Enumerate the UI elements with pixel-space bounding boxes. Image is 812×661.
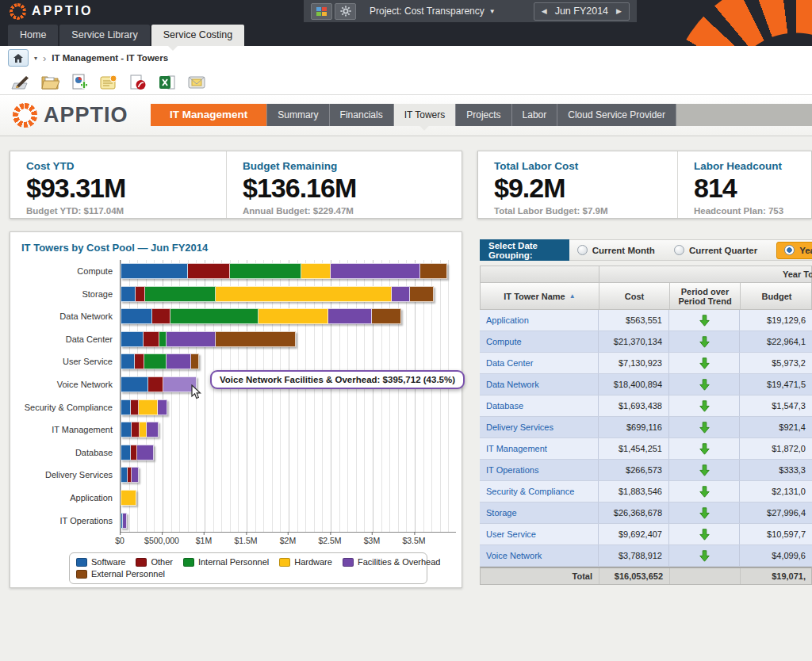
bar-segment-facilities-overhead[interactable] — [158, 399, 168, 415]
tab-projects[interactable]: Projects — [456, 104, 511, 126]
bar-segment-software[interactable] — [121, 331, 144, 347]
stacked-bar-it-operations[interactable] — [121, 513, 127, 529]
stacked-bar-delivery-services[interactable] — [121, 467, 139, 483]
tower-name-link[interactable]: Data Center — [480, 353, 599, 373]
bar-segment-internal-personnel[interactable] — [159, 331, 167, 347]
bar-segment-other[interactable] — [148, 376, 164, 392]
bar-segment-hardware[interactable] — [140, 422, 147, 437]
bar-segment-facilities-overhead[interactable] — [167, 353, 191, 369]
nav-tab-home[interactable]: Home — [8, 25, 58, 46]
column-header-cost[interactable]: Cost — [599, 283, 670, 309]
stacked-bar-storage[interactable] — [121, 286, 434, 302]
tower-name-link[interactable]: Storage — [480, 502, 599, 523]
bar-segment-facilities-overhead[interactable] — [392, 286, 409, 302]
stacked-bar-security-compliance[interactable] — [121, 399, 167, 415]
bar-segment-external-personnel[interactable] — [191, 353, 199, 369]
bar-segment-facilities-overhead[interactable] — [167, 331, 215, 347]
tower-name-link[interactable]: Voice Network — [480, 545, 599, 566]
bar-segment-facilities-overhead[interactable] — [331, 263, 420, 279]
bar-segment-software[interactable] — [121, 263, 188, 279]
bar-segment-other[interactable] — [135, 353, 144, 369]
stacked-bar-data-center[interactable] — [121, 331, 296, 347]
prev-month-arrow-icon[interactable]: ◀ — [542, 7, 547, 15]
project-caret-icon[interactable]: ▼ — [489, 8, 496, 15]
project-selector[interactable]: Project: Cost Transparency — [370, 6, 485, 17]
radio-current-quarter[interactable]: Current Quarter — [674, 245, 757, 255]
export-excel-button[interactable] — [157, 73, 178, 92]
radio-year-to-date[interactable]: Year To Date — [776, 242, 812, 259]
radio-icon[interactable] — [784, 245, 795, 255]
bar-segment-facilities-overhead[interactable] — [328, 308, 372, 324]
stacked-bar-compute[interactable] — [121, 263, 447, 279]
bar-segment-internal-personnel[interactable] — [170, 308, 259, 324]
bar-segment-software[interactable] — [121, 353, 135, 369]
tower-name-link[interactable]: IT Operations — [480, 460, 599, 480]
bar-segment-other[interactable] — [136, 286, 145, 302]
tab-summary[interactable]: Summary — [267, 104, 329, 126]
bar-segment-external-personnel[interactable] — [420, 263, 447, 279]
tab-it-management[interactable]: IT Management — [151, 104, 267, 126]
bar-segment-other[interactable] — [152, 308, 170, 324]
tab-it-towers[interactable]: IT Towers — [394, 104, 457, 126]
bar-segment-other[interactable] — [188, 263, 230, 279]
bar-segment-facilities-overhead[interactable] — [147, 422, 159, 437]
tab-cloud-service-provider[interactable]: Cloud Service Provider — [557, 104, 676, 126]
tab-financials[interactable]: Financials — [330, 104, 394, 126]
bar-segment-hardware[interactable] — [216, 286, 393, 302]
stacked-bar-voice-network[interactable] — [121, 376, 197, 392]
email-button[interactable] — [186, 73, 207, 92]
tower-name-link[interactable]: Application — [480, 310, 599, 330]
bar-segment-software[interactable] — [121, 399, 131, 415]
bar-segment-software[interactable] — [121, 422, 132, 437]
column-header-it-tower-name[interactable]: IT Tower Name ▲ — [481, 283, 599, 309]
tower-name-link[interactable]: User Service — [480, 524, 599, 544]
bar-segment-internal-personnel[interactable] — [144, 353, 167, 369]
bar-segment-software[interactable] — [121, 376, 148, 392]
bar-segment-external-personnel[interactable] — [410, 286, 435, 302]
bar-segment-external-personnel[interactable] — [216, 331, 297, 347]
add-report-button[interactable] — [69, 73, 90, 92]
notes-button[interactable] — [98, 73, 119, 92]
bar-segment-other[interactable] — [144, 331, 159, 347]
bar-segment-facilities-overhead[interactable] — [137, 445, 155, 460]
open-folder-button[interactable] — [40, 73, 60, 92]
tower-name-link[interactable]: Compute — [480, 331, 599, 352]
bar-segment-hardware[interactable] — [259, 308, 328, 324]
breadcrumb-dropdown-caret-icon[interactable]: ▾ — [34, 55, 37, 62]
home-button[interactable] — [8, 49, 29, 67]
edit-signature-button[interactable] — [10, 73, 31, 92]
bar-segment-software[interactable] — [121, 286, 136, 302]
bar-segment-other[interactable] — [131, 399, 140, 415]
export-pdf-button[interactable] — [128, 73, 148, 92]
bar-segment-other[interactable] — [131, 445, 137, 460]
nav-tab-service-costing[interactable]: Service Costing — [151, 25, 245, 46]
stacked-bar-database[interactable] — [121, 445, 154, 460]
radio-icon[interactable] — [577, 245, 588, 255]
radio-current-month[interactable]: Current Month — [577, 245, 655, 255]
stacked-bar-user-service[interactable] — [121, 353, 199, 369]
bar-segment-hardware[interactable] — [121, 490, 136, 506]
bar-segment-internal-personnel[interactable] — [145, 286, 216, 302]
bar-segment-internal-personnel[interactable] — [230, 263, 301, 279]
bar-segment-hardware[interactable] — [139, 399, 157, 415]
bar-segment-hardware[interactable] — [301, 263, 331, 279]
column-header-period-over-period-trend[interactable]: Period over Period Trend — [670, 283, 741, 309]
tower-name-link[interactable]: Security & Compliance — [480, 481, 599, 502]
bar-segment-facilities-overhead[interactable] — [132, 467, 139, 483]
tower-name-link[interactable]: Data Network — [480, 374, 599, 395]
bar-segment-software[interactable] — [121, 308, 152, 324]
radio-icon[interactable] — [674, 245, 684, 255]
stacked-bar-data-network[interactable] — [121, 308, 401, 324]
bar-segment-other[interactable] — [132, 422, 140, 437]
stacked-bar-it-management[interactable] — [121, 422, 159, 437]
settings-button[interactable] — [335, 3, 356, 20]
date-selector[interactable]: ◀ Jun FY2014 ▶ — [534, 2, 630, 21]
nav-tab-service-library[interactable]: Service Library — [59, 25, 149, 46]
stacked-bar-application[interactable] — [121, 490, 136, 506]
tower-name-link[interactable]: IT Management — [480, 438, 599, 459]
next-month-arrow-icon[interactable]: ▶ — [616, 7, 622, 15]
bar-segment-software[interactable] — [121, 445, 131, 460]
tower-name-link[interactable]: Database — [480, 395, 599, 416]
apps-grid-button[interactable] — [311, 3, 332, 20]
bar-segment-facilities-overhead[interactable] — [123, 513, 128, 529]
